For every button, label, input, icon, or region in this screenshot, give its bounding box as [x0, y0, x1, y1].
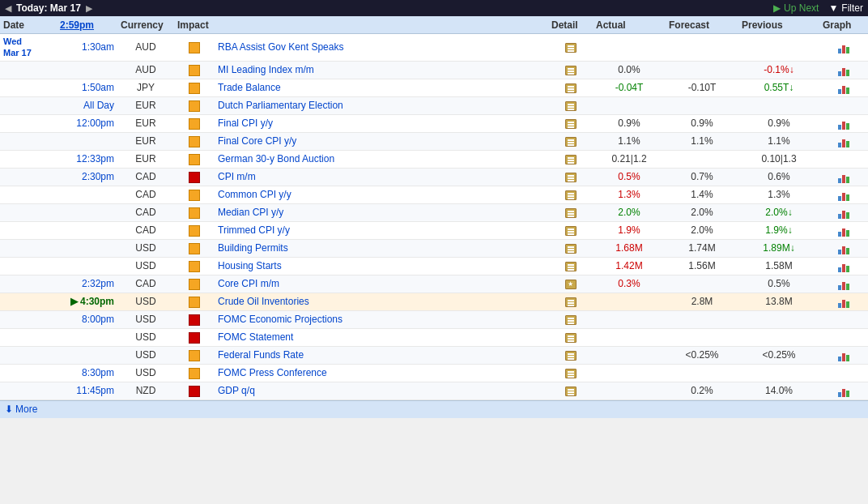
cell-detail[interactable] [548, 152, 593, 166]
cell-detail[interactable] [548, 187, 593, 202]
table-row[interactable]: USDFOMC Statement [0, 329, 868, 347]
cell-time [57, 68, 117, 71]
impact-icon-orange [189, 261, 200, 272]
table-row[interactable]: AUDMI Leading Index m/m0.0%-0.1%↓ [0, 62, 868, 79]
cell-detail[interactable] [548, 312, 593, 327]
cell-detail[interactable] [548, 40, 593, 54]
cell-graph[interactable] [819, 169, 868, 185]
cell-detail[interactable] [548, 365, 593, 380]
cell-detail[interactable] [548, 205, 593, 220]
cell-detail[interactable] [548, 98, 593, 113]
table-row[interactable]: 8:00pmUSDFOMC Economic Projections [0, 311, 868, 329]
cell-event[interactable]: Housing Starts [215, 258, 548, 273]
table-row[interactable]: USDFederal Funds Rate<0.25%<0.25% [0, 347, 868, 365]
table-row[interactable]: USDBuilding Permits1.68M1.74M1.89M↓ [0, 240, 868, 258]
cell-detail[interactable] [548, 294, 593, 309]
table-row[interactable]: CADTrimmed CPI y/y1.9%2.0%1.9%↓ [0, 222, 868, 240]
cell-event[interactable]: German 30-y Bond Auction [215, 152, 548, 166]
cell-event[interactable]: RBA Assist Gov Kent Speaks [215, 40, 548, 54]
cell-forecast [666, 371, 738, 374]
cell-previous: 13.8M [738, 294, 819, 309]
table-row[interactable]: 11:45pmNZDGDP q/q0.2%14.0% [0, 382, 868, 400]
detail-folder-icon [565, 208, 577, 218]
table-row[interactable]: 12:00pmEURFinal CPI y/y0.9%0.9%0.9% [0, 115, 868, 133]
filter-icon: ▼ [828, 2, 838, 14]
cell-detail[interactable] [548, 62, 593, 77]
table-row[interactable]: 2:30pmCADCPI m/m0.5%0.7%0.6% [0, 169, 868, 186]
cell-graph[interactable] [819, 348, 868, 363]
nav-forward-arrow[interactable]: ▶ [86, 3, 92, 14]
cell-event[interactable]: Trimmed CPI y/y [215, 223, 548, 237]
cell-previous: 1.3% [738, 187, 819, 202]
filter-button[interactable]: ▼ Filter [828, 2, 863, 14]
cell-graph[interactable] [819, 80, 868, 96]
cell-graph[interactable] [819, 318, 868, 321]
cell-graph[interactable] [819, 40, 868, 55]
up-next-button[interactable]: ▶ Up Next [773, 2, 819, 14]
cell-graph[interactable] [819, 187, 868, 203]
cell-detail[interactable] [548, 134, 593, 148]
bar-graph-icon [838, 349, 849, 361]
table-row[interactable]: USDHousing Starts1.42M1.56M1.58M [0, 258, 868, 275]
cell-graph[interactable] [819, 134, 868, 149]
cell-event[interactable]: Trade Balance [215, 80, 548, 95]
more-button[interactable]: ⬇ More [5, 404, 37, 415]
cell-graph[interactable] [819, 62, 868, 78]
cell-detail[interactable] [548, 383, 593, 398]
top-bar-left: ◀ Today: Mar 17 ▶ [5, 2, 92, 14]
table-row[interactable]: 8:30pmUSDFOMC Press Conference [0, 365, 868, 382]
cell-currency: USD [117, 330, 174, 344]
cell-event[interactable]: Dutch Parliamentary Election [215, 98, 548, 113]
cell-event[interactable]: FOMC Statement [215, 330, 548, 344]
cell-event[interactable]: Median CPI y/y [215, 205, 548, 220]
cell-detail[interactable] [548, 223, 593, 237]
cell-graph[interactable] [819, 205, 868, 220]
cell-event[interactable]: CPI m/m [215, 169, 548, 184]
cell-detail[interactable] [548, 348, 593, 362]
cell-graph[interactable] [819, 157, 868, 160]
cell-graph[interactable] [819, 276, 868, 292]
cell-detail[interactable] [548, 169, 593, 184]
cell-time: ▶ 4:30pm [57, 294, 117, 309]
table-row[interactable]: CADMedian CPI y/y2.0%2.0%2.0%↓ [0, 204, 868, 222]
cell-event[interactable]: MI Leading Index m/m [215, 62, 548, 77]
cell-event[interactable]: Common CPI y/y [215, 187, 548, 202]
cell-graph[interactable] [819, 104, 868, 107]
cell-event[interactable]: Federal Funds Rate [215, 348, 548, 362]
table-row[interactable]: All DayEURDutch Parliamentary Election [0, 97, 868, 115]
header-time[interactable]: 2:59pm [57, 19, 117, 31]
cell-event[interactable]: Core CPI m/m [215, 276, 548, 291]
impact-icon-orange [189, 136, 200, 147]
cell-detail[interactable] [548, 241, 593, 255]
cell-event[interactable]: Final CPI y/y [215, 116, 548, 130]
table-row[interactable]: EURFinal Core CPI y/y1.1%1.1%1.1% [0, 133, 868, 151]
top-bar: ◀ Today: Mar 17 ▶ ▶ Up Next ▼ Filter [0, 0, 868, 16]
table-row[interactable]: 1:50amJPYTrade Balance-0.04T-0.10T0.55T↓ [0, 79, 868, 97]
cell-detail[interactable] [548, 330, 593, 344]
cell-detail[interactable] [548, 276, 593, 291]
cell-graph[interactable] [819, 223, 868, 238]
cell-event[interactable]: Final Core CPI y/y [215, 134, 548, 148]
cell-graph[interactable] [819, 335, 868, 339]
cell-detail[interactable] [548, 116, 593, 130]
cell-graph[interactable] [819, 371, 868, 374]
table-row[interactable]: 2:32pmCADCore CPI m/m0.3%0.5% [0, 275, 868, 293]
cell-graph[interactable] [819, 383, 868, 399]
table-row[interactable]: ▶ 4:30pmUSDCrude Oil Inventories2.8M13.8… [0, 293, 868, 311]
cell-graph[interactable] [819, 241, 868, 256]
cell-date: WedMar 17 [0, 34, 57, 61]
cell-event[interactable]: Crude Oil Inventories [215, 294, 548, 309]
cell-event[interactable]: Building Permits [215, 241, 548, 255]
cell-graph[interactable] [819, 294, 868, 310]
table-row[interactable]: CADCommon CPI y/y1.3%1.4%1.3% [0, 186, 868, 204]
cell-detail[interactable] [548, 80, 593, 95]
cell-graph[interactable] [819, 258, 868, 274]
cell-graph[interactable] [819, 116, 868, 131]
cell-event[interactable]: GDP q/q [215, 383, 548, 398]
cell-event[interactable]: FOMC Economic Projections [215, 312, 548, 327]
cell-event[interactable]: FOMC Press Conference [215, 365, 548, 380]
nav-back-arrow[interactable]: ◀ [5, 3, 11, 14]
table-row[interactable]: 12:33pmEURGerman 30-y Bond Auction0.21|1… [0, 151, 868, 169]
cell-detail[interactable] [548, 258, 593, 273]
table-row[interactable]: WedMar 171:30amAUDRBA Assist Gov Kent Sp… [0, 34, 868, 62]
